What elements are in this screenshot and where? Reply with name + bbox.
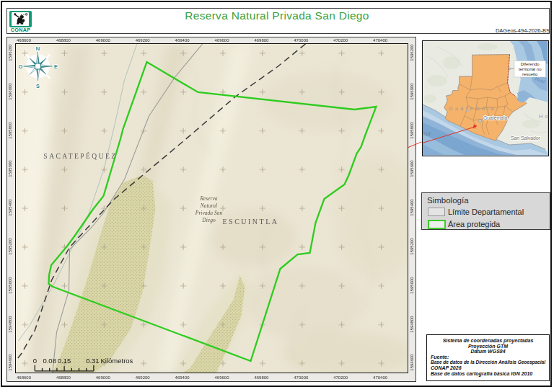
svg-text:Kilómetros: Kilómetros [100, 357, 133, 365]
svg-text:0: 0 [32, 357, 36, 365]
svg-text:0.08: 0.08 [43, 357, 56, 365]
svg-text:Guatemala: Guatemala [483, 115, 506, 120]
svg-text:Ho: Ho [538, 113, 548, 120]
svg-text:San Salvador: San Salvador [510, 135, 540, 141]
svg-text:Natural: Natural [199, 202, 216, 209]
svg-text:N: N [35, 45, 39, 52]
svg-text:Reserva: Reserva [199, 195, 217, 202]
svg-text:S: S [35, 83, 39, 89]
svg-text:ESCUINTLA: ESCUINTLA [222, 218, 278, 226]
svg-text:Diferendo: Diferendo [520, 62, 540, 66]
svg-text:Guatemala: Guatemala [448, 105, 496, 112]
svg-text:resuelto: resuelto [522, 72, 538, 76]
svg-text:SACATEPÉQUEZ: SACATEPÉQUEZ [43, 152, 117, 160]
svg-text:Privada San: Privada San [194, 210, 222, 216]
svg-text:0.31: 0.31 [86, 357, 100, 365]
svg-text:72T: 72T [423, 130, 431, 135]
svg-text:E: E [53, 63, 57, 70]
svg-text:Diego: Diego [201, 217, 216, 223]
svg-text:territorial no: territorial no [518, 67, 541, 71]
svg-text:O: O [18, 63, 22, 70]
svg-text:0.15: 0.15 [57, 357, 71, 365]
